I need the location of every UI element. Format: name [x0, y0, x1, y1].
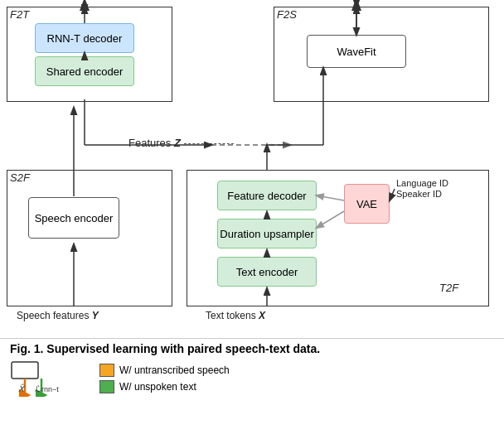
legend-area: X̂ ℒ rnn−t W/ untranscribed speech W/ un… [10, 360, 494, 397]
language-id-label: Language ID [396, 178, 448, 188]
legend-row-orange: W/ untranscribed speech [99, 364, 230, 377]
duration-upsampler-box: Duration upsampler [217, 219, 317, 248]
rnn-decoder-box: RNN-T decoder [35, 23, 134, 53]
text-tokens-label: Text tokens X [206, 310, 265, 321]
caption-title: Fig. 1. Supervised learning with paired … [10, 342, 494, 355]
legend-swatches: W/ untranscribed speech W/ unspoken text [99, 364, 230, 393]
orange-swatch [99, 364, 114, 377]
f2t-box [7, 7, 172, 102]
svg-text:rnn−t: rnn−t [41, 385, 59, 393]
svg-text:ℒ: ℒ [35, 384, 41, 393]
f2s-label: F2S [277, 8, 297, 21]
legend-svg: X̂ ℒ rnn−t [10, 360, 85, 397]
speech-features-label: Speech features Y [17, 310, 99, 321]
legend-diagram: X̂ ℒ rnn−t [10, 360, 85, 397]
caption-area: Fig. 1. Supervised learning with paired … [0, 338, 504, 400]
wavefit-box: WaveFit [307, 35, 406, 68]
feature-decoder-box: Feature decoder [217, 181, 317, 210]
f2t-label: F2T [10, 8, 29, 21]
svg-rect-25 [12, 362, 38, 379]
vae-box: VAE [344, 184, 390, 224]
legend-unspoken-label: W/ unspoken text [119, 381, 196, 393]
features-z-label: Features Z [128, 137, 234, 149]
shared-encoder-box: Shared encoder [35, 56, 134, 86]
legend-untranscribed-label: W/ untranscribed speech [119, 364, 230, 376]
text-encoder-box: Text encoder [217, 257, 317, 287]
legend-row-green: W/ unspoken text [99, 380, 230, 393]
diagram: F2T F2S S2F T2F RNN-T decoder Shared enc… [0, 0, 504, 331]
t2f-label: T2F [439, 282, 458, 294]
figure-caption: Fig. 1. Supervised learning with paired … [10, 342, 320, 355]
green-swatch [99, 380, 114, 393]
speaker-id-label: Speaker ID [396, 189, 442, 199]
s2f-label: S2F [10, 171, 30, 184]
speech-encoder-box: Speech encoder [28, 197, 119, 239]
